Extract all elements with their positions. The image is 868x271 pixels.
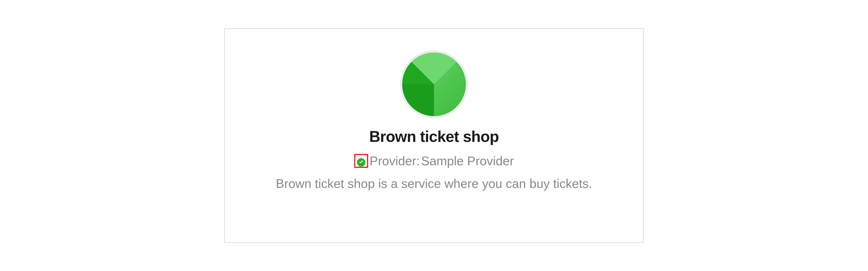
shop-info-card: Brown ticket shop Provider: Sample Provi… [224,28,644,243]
shop-title: Brown ticket shop [369,128,499,145]
verified-badge-highlight [354,154,368,168]
provider-name: Sample Provider [421,154,514,168]
shop-logo [400,50,468,118]
shop-description: Brown ticket shop is a service where you… [276,176,592,191]
verified-badge-icon [356,156,366,166]
circle-logo-icon [402,53,466,116]
provider-label: Provider: [370,154,420,168]
provider-info: Provider: Sample Provider [354,154,514,168]
